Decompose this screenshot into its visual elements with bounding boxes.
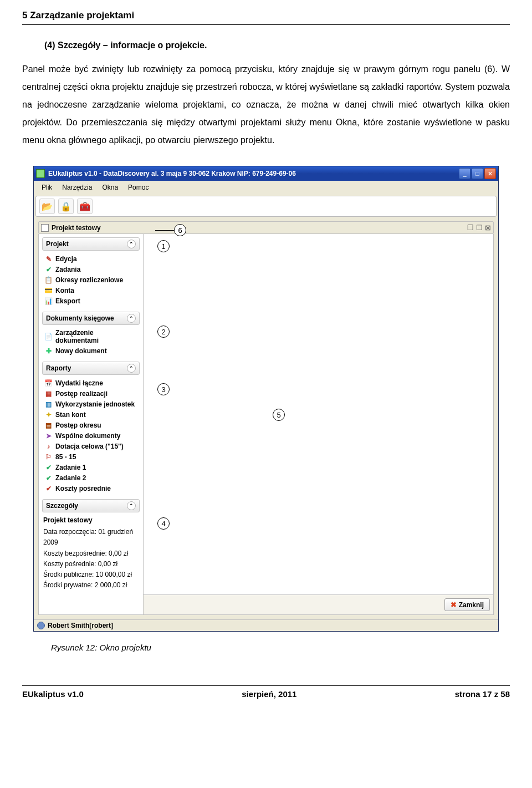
item-label: Zadanie 1	[55, 464, 86, 471]
footer-center: sierpień, 2011	[242, 689, 296, 699]
inner-close-button[interactable]: ⊠	[485, 223, 491, 232]
sidebar-item[interactable]: ✚Nowy dokument	[43, 345, 139, 356]
sidebar-item[interactable]: 📋Okresy rozliczeniowe	[43, 274, 139, 285]
toolbar: 📂 🔒 🧰	[35, 196, 497, 217]
sidebar-item[interactable]: 💳Konta	[43, 285, 139, 296]
sidebar-item[interactable]: ✔Koszty pośrednie	[43, 483, 139, 494]
menu-plik[interactable]: Plik	[37, 182, 57, 192]
item-label: Zadanie 2	[55, 474, 86, 482]
details-line: Koszty bezpośrednie: 0,00 zł	[43, 548, 139, 559]
chevron-up-icon[interactable]: ⌃	[127, 364, 136, 373]
sidebar-item[interactable]: ♪Dotacja celowa ("15")	[43, 441, 139, 451]
menubar: Plik Narzędzia Okna Pomoc	[34, 181, 498, 194]
section-projekt: Projekt ⌃ ✎Edycja✔Zadania📋Okresy rozlicz…	[42, 237, 140, 306]
toolbar-lock-button[interactable]: 🔒	[58, 199, 74, 214]
page-header: 5 Zarządzanie projektami	[22, 0, 510, 24]
item-icon: ➤	[44, 431, 53, 440]
chevron-up-icon[interactable]: ⌃	[127, 501, 136, 510]
chevron-up-icon[interactable]: ⌃	[127, 314, 136, 323]
callout-4: 4	[157, 517, 170, 530]
bottom-bar: ✖ Zamknij	[144, 594, 493, 614]
item-icon: ✔	[44, 484, 53, 492]
close-icon: ✖	[451, 601, 457, 609]
section-title: Raporty	[46, 364, 127, 372]
section-szczegoly: Szczegóły ⌃ Projekt testowy Data rozpocz…	[42, 499, 140, 591]
sidebar-item[interactable]: 📄Zarządzenie dokumentami	[43, 328, 139, 345]
app-icon	[36, 169, 45, 178]
section-header-raporty[interactable]: Raporty ⌃	[42, 362, 140, 375]
details-line: Środki publiczne: 10 000,00 zł	[43, 570, 139, 580]
item-label: Eksport	[55, 297, 80, 305]
app-window: EUkaliptus v1.0 - DataDiscovery al. 3 ma…	[33, 166, 499, 632]
document-icon	[41, 224, 49, 232]
sidebar-item[interactable]: ✎Edycja	[43, 253, 139, 264]
section-items-projekt: ✎Edycja✔Zadania📋Okresy rozliczeniowe💳Kon…	[42, 251, 140, 306]
sidebar-item[interactable]: ➤Wspólne dokumenty	[43, 430, 139, 441]
sidebar-item[interactable]: ▥Wykorzystanie jednostek	[43, 399, 139, 409]
sidebar-item[interactable]: ✔Zadanie 2	[43, 472, 139, 483]
item-label: Okresy rozliczeniowe	[55, 276, 123, 284]
callout-5: 5	[273, 409, 285, 421]
menu-pomoc[interactable]: Pomoc	[124, 182, 153, 192]
item-label: Nowy dokument	[55, 347, 107, 355]
menu-okna[interactable]: Okna	[98, 182, 122, 192]
sidebar-item[interactable]: ✔Zadanie 1	[43, 462, 139, 472]
chevron-up-icon[interactable]: ⌃	[127, 240, 136, 248]
sidebar-item[interactable]: 📊Eksport	[43, 296, 139, 306]
figure-caption: Rysunek 12: Okno projektu	[51, 643, 510, 652]
sidebar: Projekt ⌃ ✎Edycja✔Zadania📋Okresy rozlicz…	[38, 234, 144, 615]
item-icon: ✚	[44, 347, 53, 355]
callout-2: 2	[157, 326, 170, 338]
item-label: Wydatki łączne	[55, 379, 103, 387]
section-header-dokumenty[interactable]: Dokumenty księgowe ⌃	[42, 312, 140, 325]
item-icon: ⚐	[44, 453, 53, 461]
inner-titlebar: Projekt testowy ❐ ☐ ⊠	[38, 221, 494, 234]
body-paragraph: Panel może być zwinięty lub rozwinięty z…	[22, 60, 510, 149]
sidebar-item[interactable]: ▦Postęp realizacji	[43, 388, 139, 399]
section-raporty: Raporty ⌃ 📅Wydatki łączne▦Postęp realiza…	[42, 362, 140, 494]
callout-6: 6	[174, 224, 186, 236]
sidebar-item[interactable]: ✔Zadania	[43, 264, 139, 274]
page-footer: EUkaliptus v1.0 sierpień, 2011 strona 17…	[22, 685, 510, 699]
content-row: Projekt ⌃ ✎Edycja✔Zadania📋Okresy rozlicz…	[38, 234, 494, 615]
toolbar-tool-button[interactable]: 🧰	[77, 199, 93, 214]
close-window-button[interactable]: ✕	[484, 168, 496, 179]
item-icon: ▦	[44, 389, 53, 398]
item-label: Postęp okresu	[55, 421, 101, 429]
inner-restore-button[interactable]: ❐	[467, 223, 474, 232]
item-label: Dotacja celowa ("15")	[55, 443, 124, 450]
main-workspace: ✖ Zamknij	[144, 234, 494, 615]
section-items-raporty: 📅Wydatki łączne▦Postęp realizacji▥Wykorz…	[42, 375, 140, 494]
footer-left: EUkaliptus v1.0	[22, 689, 84, 699]
status-user: Robert Smith[robert]	[48, 622, 113, 629]
minimize-button[interactable]: _	[459, 168, 470, 179]
item-icon: ✔	[44, 265, 53, 273]
sidebar-item[interactable]: ▤Postęp okresu	[43, 420, 139, 430]
section-header-projekt[interactable]: Projekt ⌃	[42, 237, 140, 251]
zamknij-button[interactable]: ✖ Zamknij	[444, 598, 490, 611]
sidebar-item[interactable]: ⚐85 - 15	[43, 451, 139, 462]
zamknij-label: Zamknij	[459, 601, 484, 609]
sidebar-item[interactable]: 📅Wydatki łączne	[43, 378, 139, 388]
section-title: Dokumenty księgowe	[46, 314, 127, 322]
details-project-name: Projekt testowy	[43, 515, 139, 526]
user-icon	[37, 622, 45, 629]
details-panel: Projekt testowy Data rozpoczęcia: 01 gru…	[42, 512, 140, 591]
sidebar-item[interactable]: ✦Stan kont	[43, 409, 139, 420]
maximize-button[interactable]: □	[472, 168, 483, 179]
item-label: Postęp realizacji	[55, 390, 108, 398]
item-label: Wykorzystanie jednostek	[55, 400, 135, 408]
screenshot-container: 6 1 2 3 4 5 EUkaliptus v1.0 - DataDiscov…	[33, 166, 499, 632]
item-label: Wspólne dokumenty	[55, 432, 120, 440]
menu-narzedzia[interactable]: Narzędzia	[58, 182, 96, 192]
item-icon: ♪	[44, 442, 53, 450]
item-label: Edycja	[55, 255, 77, 263]
section-dokumenty: Dokumenty księgowe ⌃ 📄Zarządzenie dokume…	[42, 312, 140, 356]
inner-max-button[interactable]: ☐	[476, 223, 483, 232]
statusbar: Robert Smith[robert]	[34, 619, 498, 631]
callout-1: 1	[157, 240, 170, 252]
item-label: Koszty pośrednie	[55, 485, 111, 492]
section-header-szczegoly[interactable]: Szczegóły ⌃	[42, 499, 140, 512]
toolbar-open-button[interactable]: 📂	[39, 199, 55, 214]
item-label: Zarządzenie dokumentami	[55, 329, 137, 344]
